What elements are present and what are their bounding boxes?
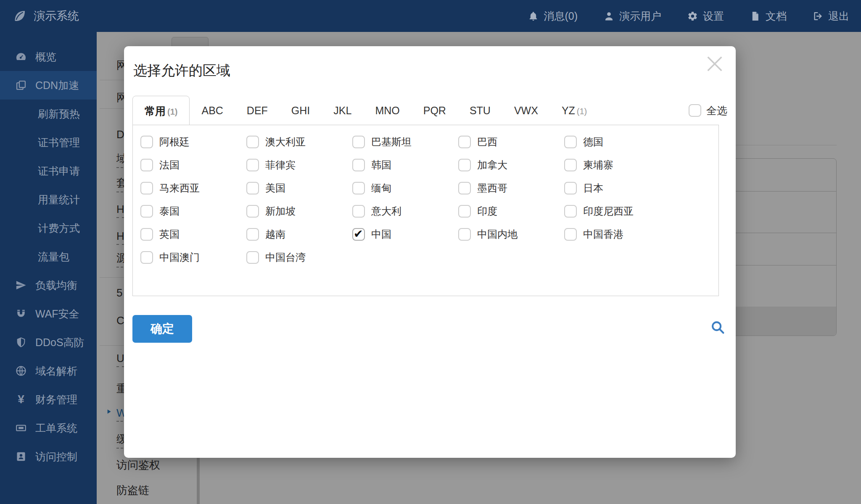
sidebar-item-证书管理[interactable]: 证书管理	[0, 128, 97, 157]
sidebar-item-WAF安全[interactable]: WAF安全	[0, 299, 97, 328]
checkbox-unchecked[interactable]	[352, 159, 365, 171]
region-option-缅甸[interactable]: 缅甸	[352, 181, 458, 195]
checkbox-unchecked[interactable]	[458, 182, 471, 194]
checkbox-unchecked[interactable]	[140, 159, 153, 171]
confirm-button[interactable]: 确定	[132, 315, 192, 343]
checkbox-unchecked[interactable]	[246, 136, 259, 148]
region-option-加拿大[interactable]: 加拿大	[458, 158, 564, 172]
checkbox-unchecked[interactable]	[458, 136, 471, 148]
checkbox-unchecked[interactable]	[246, 228, 259, 241]
tab-GHI[interactable]: GHI	[280, 96, 322, 125]
sidebar-item-财务管理[interactable]: ¥财务管理	[0, 385, 97, 414]
tab-ABC[interactable]: ABC	[190, 96, 235, 125]
region-label: 印度尼西亚	[583, 205, 634, 218]
checkbox-unchecked[interactable]	[140, 228, 153, 241]
region-option-巴基斯坦[interactable]: 巴基斯坦	[352, 135, 458, 149]
checkbox-unchecked[interactable]	[246, 251, 259, 264]
region-option-法国[interactable]: 法国	[140, 158, 246, 172]
checkbox-unchecked[interactable]	[458, 205, 471, 218]
region-option-日本[interactable]: 日本	[564, 181, 670, 195]
region-label: 缅甸	[371, 181, 391, 195]
checkbox-unchecked[interactable]	[352, 205, 365, 218]
region-option-中国台湾[interactable]: 中国台湾	[246, 251, 352, 264]
nav-item-设置[interactable]: 设置	[687, 9, 724, 23]
region-option-印度[interactable]: 印度	[458, 205, 564, 218]
tab-常用[interactable]: 常用(1)	[132, 96, 190, 125]
sidebar-item-DDoS高防[interactable]: DDoS高防	[0, 328, 97, 357]
checkbox-unchecked[interactable]	[246, 182, 259, 194]
checkbox-unchecked[interactable]	[352, 136, 365, 148]
tab-YZ[interactable]: YZ(1)	[550, 96, 599, 125]
checkbox-unchecked[interactable]	[140, 205, 153, 218]
region-option-印度尼西亚[interactable]: 印度尼西亚	[564, 205, 670, 218]
region-option-新加坡[interactable]: 新加坡	[246, 205, 352, 218]
nav-item-消息(0)[interactable]: 消息(0)	[528, 9, 578, 23]
nav-item-演示用户[interactable]: 演示用户	[604, 9, 661, 23]
region-label: 日本	[583, 181, 603, 195]
checkbox-unchecked[interactable]	[140, 251, 153, 264]
tab-label: DEF	[247, 105, 268, 116]
region-option-中国内地[interactable]: 中国内地	[458, 228, 564, 241]
region-option-巴西[interactable]: 巴西	[458, 135, 564, 149]
region-option-中国[interactable]: 中国	[352, 228, 458, 241]
checkbox-unchecked[interactable]	[246, 205, 259, 218]
checkbox-unchecked[interactable]	[564, 205, 577, 218]
tab-MNO[interactable]: MNO	[363, 96, 411, 125]
checkbox-unchecked[interactable]	[458, 159, 471, 171]
region-option-中国澳门[interactable]: 中国澳门	[140, 251, 246, 264]
document-icon	[750, 11, 761, 21]
checkbox-unchecked[interactable]	[458, 228, 471, 241]
region-option-韩国[interactable]: 韩国	[352, 158, 458, 172]
tab-STU[interactable]: STU	[458, 96, 502, 125]
sidebar-item-概览[interactable]: 概览	[0, 42, 97, 71]
region-option-越南[interactable]: 越南	[246, 228, 352, 241]
checkbox-unchecked[interactable]	[564, 182, 577, 194]
region-option-柬埔寨[interactable]: 柬埔寨	[564, 158, 670, 172]
sidebar-item-label: CDN加速	[35, 79, 79, 92]
sidebar-item-流量包[interactable]: 流量包	[0, 242, 97, 271]
checkbox-unchecked[interactable]	[564, 228, 577, 241]
region-option-墨西哥[interactable]: 墨西哥	[458, 181, 564, 195]
region-option-意大利[interactable]: 意大利	[352, 205, 458, 218]
sidebar-item-访问控制[interactable]: 访问控制	[0, 442, 97, 471]
checkbox-unchecked[interactable]	[564, 159, 577, 171]
tab-VWX[interactable]: VWX	[502, 96, 550, 125]
tab-JKL[interactable]: JKL	[322, 96, 363, 125]
checkbox-unchecked[interactable]	[140, 136, 153, 148]
checkbox-unchecked[interactable]	[352, 182, 365, 194]
region-option-澳大利亚[interactable]: 澳大利亚	[246, 135, 352, 149]
sidebar-item-工单系统[interactable]: 工单系统	[0, 414, 97, 442]
checkbox-unchecked[interactable]	[246, 159, 259, 171]
select-all-box[interactable]	[689, 104, 701, 117]
nav-item-label: 文档	[766, 9, 787, 23]
region-option-泰国[interactable]: 泰国	[140, 205, 246, 218]
region-checkbox-panel: 阿根廷澳大利亚巴基斯坦巴西德国法国菲律宾韩国加拿大柬埔寨马来西亚美国缅甸墨西哥日…	[132, 125, 719, 296]
checkbox-checked[interactable]	[352, 228, 365, 241]
sidebar-item-证书申请[interactable]: 证书申请	[0, 157, 97, 185]
select-all-checkbox[interactable]: 全选	[689, 96, 727, 125]
sidebar-item-域名解析[interactable]: 域名解析	[0, 357, 97, 385]
globe-icon	[14, 364, 28, 378]
region-option-美国[interactable]: 美国	[246, 181, 352, 195]
search-icon[interactable]	[710, 319, 726, 335]
region-option-德国[interactable]: 德国	[564, 135, 670, 149]
close-icon[interactable]	[703, 52, 726, 76]
tab-DEF[interactable]: DEF	[235, 96, 280, 125]
sidebar-item-负载均衡[interactable]: 负载均衡	[0, 271, 97, 299]
nav-item-文档[interactable]: 文档	[750, 9, 787, 23]
sidebar-item-计费方式[interactable]: 计费方式	[0, 214, 97, 242]
region-option-阿根廷[interactable]: 阿根廷	[140, 135, 246, 149]
region-option-英国[interactable]: 英国	[140, 228, 246, 241]
checkbox-unchecked[interactable]	[564, 136, 577, 148]
sidebar-item-用量统计[interactable]: 用量统计	[0, 185, 97, 214]
region-option-马来西亚[interactable]: 马来西亚	[140, 181, 246, 195]
nav-item-退出[interactable]: 退出	[813, 9, 849, 23]
app-brand[interactable]: 演示系统	[13, 8, 79, 24]
tab-PQR[interactable]: PQR	[412, 96, 458, 125]
sidebar-item-CDN加速[interactable]: CDN加速	[0, 71, 97, 100]
sidebar-item-刷新预热[interactable]: 刷新预热	[0, 100, 97, 128]
region-option-菲律宾[interactable]: 菲律宾	[246, 158, 352, 172]
checkbox-unchecked[interactable]	[140, 182, 153, 194]
sidebar-item-label: 域名解析	[35, 364, 77, 378]
region-option-中国香港[interactable]: 中国香港	[564, 228, 670, 241]
